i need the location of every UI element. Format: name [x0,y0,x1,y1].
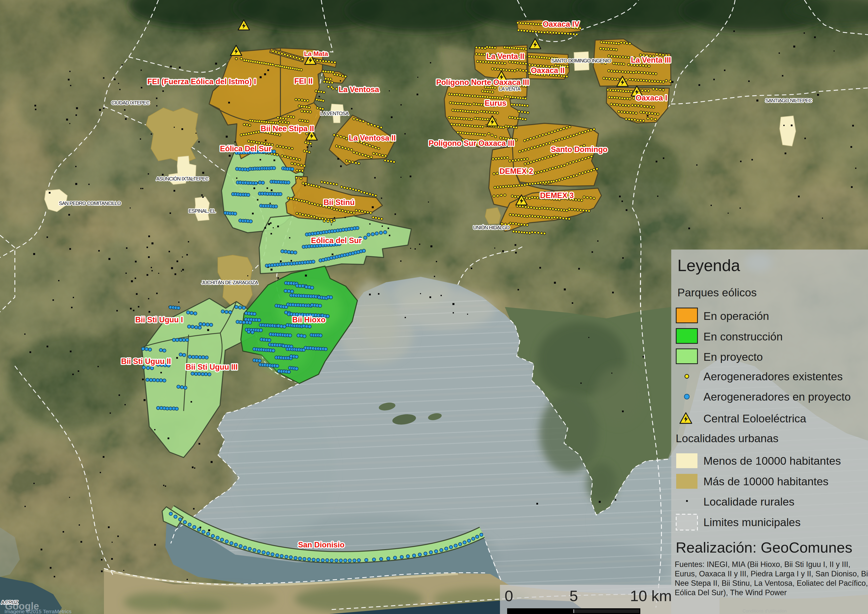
svg-text:La Venta II: La Venta II [486,52,524,60]
svg-text:La Ventosa II: La Ventosa II [349,134,396,143]
svg-text:En operación: En operación [704,310,769,323]
svg-text:Nee Stepa II, Bii Stinu, La Ve: Nee Stepa II, Bii Stinu, La Ventosa, Eol… [675,579,868,588]
svg-text:Realización: GeoComunes: Realización: GeoComunes [676,539,852,556]
svg-text:SANTIAGO NILTEPEC: SANTIAGO NILTEPEC [765,98,812,103]
svg-text:Polígono Sur Oaxaca III: Polígono Sur Oaxaca III [429,139,514,147]
svg-text:Leyenda: Leyenda [677,256,740,274]
svg-text:Polígono Norte Oaxaca III: Polígono Norte Oaxaca III [436,78,529,87]
svg-text:Eólica Del Sur: Eólica Del Sur [220,144,271,153]
svg-text:CIUDAD IXTEPEC: CIUDAD IXTEPEC [112,100,149,105]
svg-text:Santo Domingo: Santo Domingo [551,145,608,154]
svg-text:La Ventosa: La Ventosa [339,85,379,94]
svg-text:En proyecto: En proyecto [704,350,763,363]
svg-text:Más de 10000 habitantes: Más de 10000 habitantes [704,475,828,488]
svg-text:Imagerie ©2015 TerraMetrics: Imagerie ©2015 TerraMetrics [5,609,71,614]
svg-text:Fuentes: INEGI, MIA (Bii Hioxo: Fuentes: INEGI, MIA (Bii Hioxo, Bii Sti … [675,560,851,569]
svg-text:Localidades urbanas: Localidades urbanas [676,432,778,445]
svg-text:Bií Stinú: Bií Stinú [324,198,355,207]
svg-text:Localidade rurales: Localidade rurales [704,495,795,508]
svg-text:Limites municipales: Limites municipales [704,516,801,529]
svg-text:San Dionisio: San Dionisio [298,541,344,549]
svg-text:Aerogeneradores existentes: Aerogeneradores existentes [704,370,843,383]
svg-text:La Mata: La Mata [304,50,328,57]
svg-text:JUCHITÁN DE ZARAGOZA: JUCHITÁN DE ZARAGOZA [202,280,258,285]
svg-text:Bíi Hioxo: Bíi Hioxo [292,315,326,324]
svg-text:FEI II: FEI II [294,77,313,85]
svg-text:Parques eólicos: Parques eólicos [677,286,756,299]
svg-text:5: 5 [569,587,578,604]
svg-text:LA VENTA: LA VENTA [499,86,521,91]
svg-text:Bii Sti Uguu II: Bii Sti Uguu II [121,357,171,366]
svg-text:LA VENTOSA: LA VENTOSA [320,111,349,116]
svg-text:SAN PEDRO COMITANCILLO: SAN PEDRO COMITANCILLO [59,200,121,206]
svg-text:Eólica del Sur: Eólica del Sur [311,236,362,245]
svg-text:UNIÓN HIDALGO: UNIÓN HIDALGO [473,225,509,230]
svg-text:0: 0 [505,587,513,604]
svg-text:Bii Nee Stipa II: Bii Nee Stipa II [260,124,314,133]
svg-text:Eurus: Eurus [485,99,506,107]
svg-text:Oaxaca II: Oaxaca II [531,66,564,75]
svg-text:En construcción: En construcción [704,330,783,343]
svg-text:ASUNCIÓN IXTALTEPEC: ASUNCIÓN IXTALTEPEC [156,176,209,181]
svg-text:Bii Sti Uguu III: Bii Sti Uguu III [186,363,238,371]
svg-text:Aerogeneradores en proyecto: Aerogeneradores en proyecto [704,391,851,403]
svg-text:Eólica Del Sur), The Wind Powe: Eólica Del Sur), The Wind Power [675,588,787,597]
svg-text:DEMEX 3: DEMEX 3 [540,191,574,200]
svg-text:Oaxaca IV: Oaxaca IV [543,20,580,28]
svg-text:Central Eoloeléctrica: Central Eoloeléctrica [704,412,806,425]
svg-text:Eurus, Oaxaca II y III, Piedra: Eurus, Oaxaca II y III, Piedra Larga I y… [675,569,868,578]
svg-text:FEI (Fuerza Eólica del Istmo): FEI (Fuerza Eólica del Istmo) I [147,77,256,86]
svg-text:SANTO DOMINGO INGENIO: SANTO DOMINGO INGENIO [552,58,611,64]
svg-text:Bii Sti Uguu I: Bii Sti Uguu I [135,315,183,324]
svg-text:10 km: 10 km [630,587,672,604]
svg-text:ESPINAL, EL: ESPINAL, EL [188,208,215,214]
svg-text:Oaxaca I: Oaxaca I [636,94,667,102]
svg-text:DEMEX 2: DEMEX 2 [499,167,533,175]
svg-text:Menos de 10000 habitantes: Menos de 10000 habitantes [704,454,841,467]
svg-text:La Venta III: La Venta III [631,56,671,64]
